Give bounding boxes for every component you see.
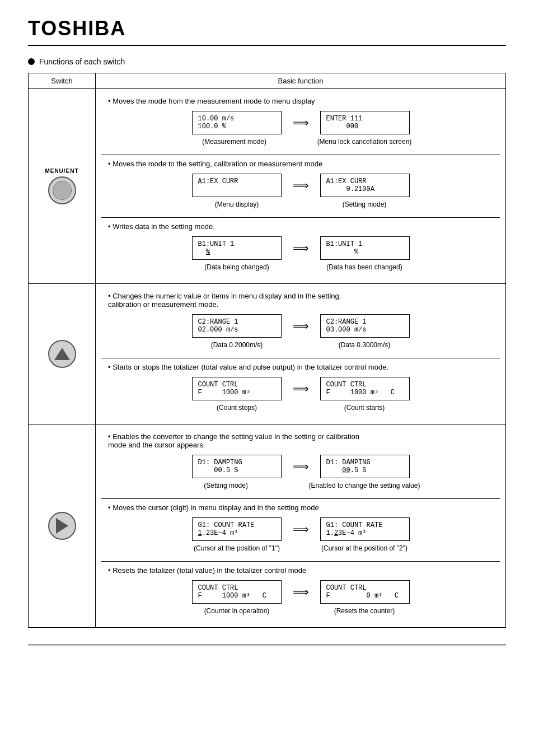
desc-2-2: • Starts or stops the totalizer (total v… [108, 363, 493, 371]
caption-left-3-3: (Counter in operaiton) [192, 607, 282, 615]
function-block-2-1: • Changes the numeric value or items in … [101, 287, 500, 358]
arrow-3-3: ⟹ [293, 585, 309, 599]
function-block-1-3: • Writes data in the setting mode. B1:UN… [101, 218, 500, 280]
triangle-up-icon [54, 348, 70, 360]
switch-circle-up [48, 340, 76, 368]
col-basic-header: Basic function [96, 73, 506, 89]
logo: TOSHIBA [28, 17, 506, 40]
caption-pair-1-1: (Measurement mode) (Menu lock cancellati… [108, 138, 493, 146]
display-box-left-1-2: A1:EX CURR [192, 174, 282, 197]
display-pair-3-1: D1: DAMPING 00.5 S ⟹ D1: DAMPING 00.5 S [108, 455, 493, 478]
display-box-right-3-1: D1: DAMPING 00.5 S [320, 455, 410, 478]
bullet-icon [28, 58, 35, 65]
caption-right-3-1: (Enabled to change the setting value) [309, 482, 420, 489]
desc-3-2: • Moves the cursor (digit) in menu displ… [108, 503, 493, 512]
caption-left-3-2: (Cursor at the position of "1") [192, 544, 282, 552]
function-block-2-2: • Starts or stops the totalizer (total v… [101, 358, 500, 421]
switch-circle-right [48, 512, 76, 540]
footer-divider [28, 645, 506, 646]
display-box-left-1-3: B1:UNIT 1 % [192, 236, 282, 260]
caption-left-3-1: (Setting mode) [181, 482, 271, 489]
display-box-right-2-2: COUNT CTRL F 1000 m³ C [320, 377, 410, 400]
arrow-1-3: ⟹ [293, 241, 309, 255]
caption-pair-3-3: (Counter in operaiton) (Resets the count… [108, 607, 493, 615]
caption-right-2-1: (Data 0.3000m/s) [320, 341, 409, 349]
arrow-3-2: ⟹ [293, 522, 309, 536]
function-block-3-1: • Enables the converter to change the se… [101, 428, 500, 499]
display-pair-2-1: C2:RANGE 1 02.000 m/s ⟹ C2:RANGE 1 03.00… [108, 314, 493, 338]
caption-right-3-3: (Resets the counter) [320, 607, 409, 615]
function-col-2: • Changes the numeric value or items in … [96, 284, 506, 424]
display-box-left-1-1: 10.00 m/s 100.0 % [192, 111, 282, 134]
caption-left-2-1: (Data 0.2000m/s) [192, 341, 282, 349]
function-col-3: • Enables the converter to change the se… [96, 424, 506, 628]
caption-pair-2-1: (Data 0.2000m/s) (Data 0.3000m/s) [108, 341, 493, 349]
function-block-3-2: • Moves the cursor (digit) in menu displ… [101, 499, 500, 562]
arrow-1-1: ⟹ [293, 116, 309, 129]
caption-right-3-2: (Cursor at the position of "2") [320, 544, 409, 552]
arrow-2-2: ⟹ [293, 382, 309, 395]
caption-left-1-1: (Measurement mode) [190, 138, 279, 146]
desc-1-3: • Writes data in the setting mode. [108, 222, 493, 231]
display-box-right-1-1: ENTER 111 000 [320, 111, 410, 134]
col-switch-header: Switch [29, 73, 96, 89]
caption-pair-1-3: (Data being changed) (Data has been chan… [108, 263, 493, 271]
switch-right [29, 424, 96, 628]
arrow-2-1: ⟹ [293, 319, 309, 333]
caption-right-2-2: (Count starts) [320, 404, 409, 412]
caption-left-1-2: (Menu display) [192, 200, 282, 208]
display-box-left-2-2: COUNT CTRL F 1000 m³ [192, 377, 282, 400]
display-box-left-3-2: G1: COUNT RATE 1.23E−4 m³ [192, 517, 282, 541]
caption-pair-1-2: (Menu display) (Setting mode) [108, 200, 493, 208]
display-pair-1-1: 10.00 m/s 100.0 % ⟹ ENTER 111 000 [108, 111, 493, 134]
display-pair-3-3: COUNT CTRL F 1000 m³ C ⟹ COUNT CTRL F 0 … [108, 580, 493, 604]
desc-1-2: • Moves the mode to the setting, calibra… [108, 160, 493, 168]
switch-menu-ent-label: MENU/ENT [34, 168, 90, 174]
display-pair-1-2: A1:EX CURR ⟹ A1:EX CURR 0.2100A [108, 174, 493, 197]
arrow-3-1: ⟹ [293, 460, 309, 473]
caption-left-2-2: (Count stops) [192, 404, 282, 412]
switch-circle-menu-ent [48, 176, 76, 204]
desc-1-1: • Moves the mode from the measurement mo… [108, 97, 493, 105]
display-box-left-3-1: D1: DAMPING 00.5 S [192, 455, 282, 478]
switch-circle-inner [53, 181, 72, 200]
desc-3-1: • Enables the converter to change the se… [108, 432, 493, 449]
function-col-1: • Moves the mode from the measurement mo… [96, 89, 506, 284]
display-pair-2-2: COUNT CTRL F 1000 m³ ⟹ COUNT CTRL F 1000… [108, 377, 493, 400]
header-divider [28, 45, 506, 46]
desc-2-1: • Changes the numeric value or items in … [108, 292, 493, 309]
display-box-right-2-1: C2:RANGE 1 03.000 m/s [320, 314, 410, 338]
display-box-left-3-3: COUNT CTRL F 1000 m³ C [192, 580, 282, 604]
caption-left-1-3: (Data being changed) [192, 263, 282, 271]
switch-up [29, 284, 96, 424]
triangle-right-icon [56, 518, 68, 534]
display-box-right-3-3: COUNT CTRL F 0 m³ C [320, 580, 410, 604]
caption-pair-3-2: (Cursor at the position of "1") (Cursor … [108, 544, 493, 552]
function-block-1-2: • Moves the mode to the setting, calibra… [101, 155, 500, 218]
display-box-right-1-3: B1:UNIT 1 % [320, 236, 410, 260]
caption-pair-3-1: (Setting mode) (Enabled to change the se… [108, 482, 493, 489]
display-box-right-3-2: G1: COUNT RATE 1.23E−4 m³ [320, 517, 410, 541]
caption-right-1-2: (Setting mode) [320, 200, 409, 208]
switch-menu-ent: MENU/ENT [29, 89, 96, 284]
function-block-3-3: • Resets the totalizer (total value) in … [101, 562, 500, 624]
display-box-right-1-2: A1:EX CURR 0.2100A [320, 174, 410, 197]
function-block-1-1: • Moves the mode from the measurement mo… [101, 92, 500, 155]
display-box-left-2-1: C2:RANGE 1 02.000 m/s [192, 314, 282, 338]
caption-right-1-3: (Data has been changed) [320, 263, 409, 271]
main-table: Switch Basic function MENU/ENT • Moves t… [28, 73, 506, 628]
section-title: Functions of each switch [28, 57, 506, 66]
desc-3-3: • Resets the totalizer (total value) in … [108, 566, 493, 575]
caption-pair-2-2: (Count stops) (Count starts) [108, 404, 493, 412]
caption-right-1-1: (Menu lock cancellation screen) [317, 138, 412, 146]
arrow-1-2: ⟹ [293, 179, 309, 192]
display-pair-1-3: B1:UNIT 1 % ⟹ B1:UNIT 1 % [108, 236, 493, 260]
display-pair-3-2: G1: COUNT RATE 1.23E−4 m³ ⟹ G1: COUNT RA… [108, 517, 493, 541]
